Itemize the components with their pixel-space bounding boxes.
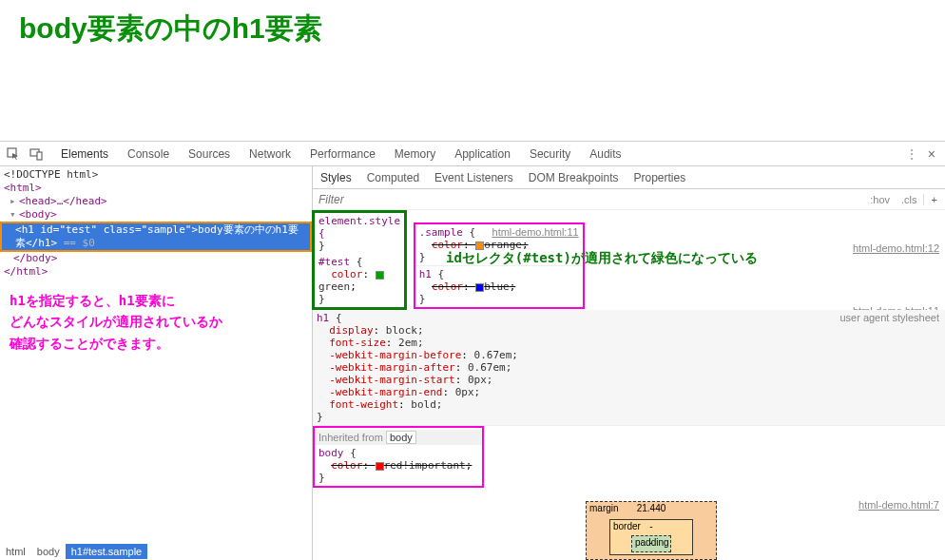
sel-text2: 素 xyxy=(15,237,26,249)
magenta-highlight-box: html-demo.html:11 .sample { color: orang… xyxy=(414,222,585,309)
breadcrumb-item[interactable]: h1#test.sample xyxy=(66,544,148,559)
sel-close: </h1> xyxy=(26,237,57,249)
breadcrumb-item[interactable]: body xyxy=(31,544,66,559)
tab-security[interactable]: Security xyxy=(520,142,580,165)
dom-line[interactable]: </body> xyxy=(0,252,312,265)
rule-prop: -webkit-margin-before xyxy=(329,349,461,361)
rule-val: orange xyxy=(484,239,522,251)
sel-attr-id: id xyxy=(41,223,53,236)
bm-margin-top: 21.440 xyxy=(637,503,666,513)
tab-elements[interactable]: Elements xyxy=(51,142,118,165)
bm-padding[interactable]: padding - xyxy=(631,535,671,552)
ua-stylesheet-label: user agent stylesheet xyxy=(839,312,939,323)
color-swatch-icon[interactable] xyxy=(376,271,384,280)
rule-test[interactable]: #test { color: green; } xyxy=(315,254,404,307)
color-swatch-icon[interactable] xyxy=(475,283,484,292)
dom-body: <body> xyxy=(19,208,57,221)
dom-line[interactable]: <!DOCTYPE html> xyxy=(0,168,312,182)
rule-sample[interactable]: html-demo.html:11 .sample { color: orang… xyxy=(415,224,583,266)
tab-performance[interactable]: Performance xyxy=(300,142,385,165)
inherit-from[interactable]: body xyxy=(386,431,416,444)
devtools-toolbar: Elements Console Sources Network Perform… xyxy=(0,142,945,166)
rule-val: blue xyxy=(484,280,510,293)
bm-padding-top: - xyxy=(649,537,652,548)
rule-prop: color xyxy=(331,268,362,280)
bm-border[interactable]: border - padding - xyxy=(609,519,693,555)
rule-prop: color xyxy=(331,459,362,472)
sel-attr-class: class xyxy=(104,223,135,236)
tab-properties[interactable]: Properties xyxy=(626,166,693,188)
disclosure-triangle-icon[interactable]: ▾ xyxy=(10,208,19,222)
close-icon[interactable]: × xyxy=(924,146,939,162)
sel-val-id: "test" xyxy=(59,223,97,236)
inherited-from-header: Inherited from body xyxy=(315,430,482,445)
tab-application[interactable]: Application xyxy=(445,142,520,165)
tab-computed[interactable]: Computed xyxy=(359,166,427,188)
source-link[interactable]: html-demo.html:7 xyxy=(858,499,939,511)
dom-line[interactable]: <html> xyxy=(0,182,312,195)
rule-sel: h1 xyxy=(317,312,329,324)
dom-selection-highlight: <h1 id="test" class="sample">body要素の中のh1… xyxy=(0,222,312,252)
bm-margin[interactable]: margin 21.440 border - padding - xyxy=(586,501,717,560)
tab-sources[interactable]: Sources xyxy=(179,142,240,165)
rule-body[interactable]: body { color: red!important; } xyxy=(315,445,482,486)
rule-sel: body xyxy=(318,447,344,459)
dom-line[interactable]: </html> xyxy=(0,265,312,279)
dom-breadcrumb: html body h1#test.sample xyxy=(0,543,147,560)
filter-row: :hov .cls + xyxy=(313,189,945,210)
svg-rect-2 xyxy=(37,152,42,160)
box-model: margin 21.440 border - padding - xyxy=(586,501,717,560)
rule-prop: color xyxy=(432,239,463,251)
filter-input[interactable] xyxy=(313,193,864,206)
add-rule-button[interactable]: + xyxy=(923,194,945,205)
disclosure-triangle-icon[interactable]: ▸ xyxy=(10,195,19,208)
tab-network[interactable]: Network xyxy=(240,142,300,165)
dom-line[interactable]: ▸<head>…</head> xyxy=(0,195,312,208)
devtools-tabs: Elements Console Sources Network Perform… xyxy=(51,142,631,165)
dom-selected-element[interactable]: 素</h1> == $0 xyxy=(2,237,310,250)
dom-head: <head>…</head> xyxy=(19,195,107,207)
source-link[interactable]: html-demo.html:12 xyxy=(853,242,939,254)
dom-html-close: </html> xyxy=(4,265,48,278)
color-swatch-icon[interactable] xyxy=(475,241,484,250)
rule-h1-ua[interactable]: user agent stylesheet h1 { display: bloc… xyxy=(313,310,945,426)
cls-toggle[interactable]: .cls xyxy=(896,194,923,205)
tab-styles[interactable]: Styles xyxy=(313,166,359,188)
rule-val: green xyxy=(318,280,350,293)
rule-val: bold; xyxy=(411,398,442,411)
annot-line: 確認することができます。 xyxy=(10,333,222,354)
annotation-left: h1を指定すると、h1要素に どんなスタイルが適用されているか 確認することがで… xyxy=(10,290,222,354)
rule-val: block; xyxy=(386,324,424,337)
rule-prop: color xyxy=(432,280,463,293)
tab-console[interactable]: Console xyxy=(118,142,179,165)
dom-panel[interactable]: <!DOCTYPE html> <html> ▸<head>…</head> ▾… xyxy=(0,166,313,560)
rule-prop: -webkit-margin-start xyxy=(329,374,454,386)
bm-margin-label: margin xyxy=(589,503,619,513)
magenta-highlight-box: Inherited from body body { color: red!im… xyxy=(313,426,484,488)
bm-border-top: - xyxy=(649,521,652,531)
tab-dom-breakpoints[interactable]: DOM Breakpoints xyxy=(521,166,627,188)
rule-val: 2em; xyxy=(398,337,424,349)
tab-event-listeners[interactable]: Event Listeners xyxy=(427,166,521,188)
rule-val: red!important xyxy=(384,459,466,472)
kebab-icon[interactable]: ⋮ xyxy=(899,146,924,162)
dom-line[interactable]: ▾<body> xyxy=(0,208,312,222)
sel-val-class: "sample" xyxy=(142,223,192,236)
rule-prop: font-size xyxy=(329,337,386,349)
dom-selected-element[interactable]: <h1 id="test" class="sample">body要素の中のh1… xyxy=(2,223,310,237)
inspect-icon[interactable] xyxy=(6,146,21,162)
breadcrumb-item[interactable]: html xyxy=(0,544,31,559)
tab-audits[interactable]: Audits xyxy=(580,142,630,165)
dom-body-close: </body> xyxy=(13,252,57,264)
device-icon[interactable] xyxy=(29,146,44,162)
rule-element-style[interactable]: element.style { } xyxy=(315,213,404,254)
green-highlight-box: element.style { } #test { color: green; … xyxy=(312,210,407,310)
bm-border-label: border xyxy=(613,521,641,531)
source-link[interactable]: html-demo.html:11 xyxy=(492,226,579,238)
rule-h1[interactable]: h1 { color: blue; } xyxy=(415,266,583,307)
tab-memory[interactable]: Memory xyxy=(385,142,445,165)
hov-toggle[interactable]: :hov xyxy=(864,194,896,205)
dom-doctype: <!DOCTYPE html> xyxy=(4,168,98,181)
rule-val: 0px; xyxy=(468,374,493,386)
color-swatch-icon[interactable] xyxy=(376,462,384,471)
